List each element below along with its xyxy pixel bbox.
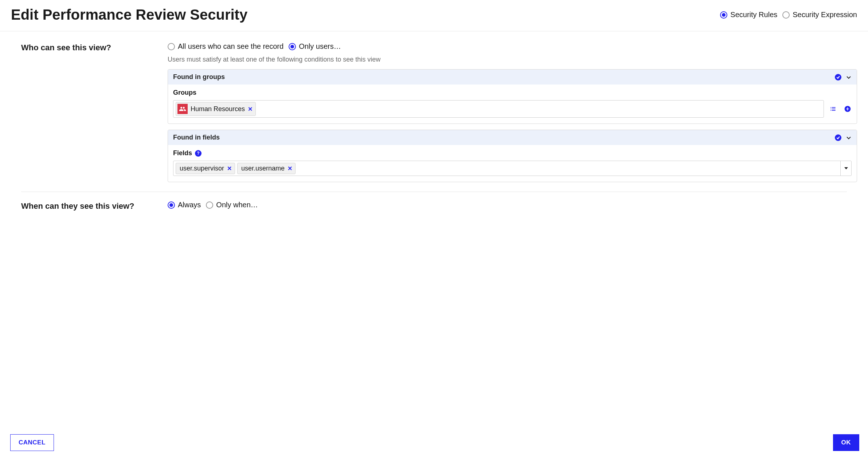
radio-icon [720, 11, 727, 19]
groups-picker-input[interactable]: Human Resources ✕ [173, 100, 824, 118]
radio-only-when[interactable]: Only when… [206, 201, 258, 209]
groups-card-header[interactable]: Found in groups [168, 70, 857, 85]
radio-security-expression[interactable]: Security Expression [782, 11, 857, 19]
when-question: When can they see this view? [11, 201, 153, 211]
ok-button[interactable]: OK [833, 434, 860, 451]
chip-user-supervisor: user.supervisor ✕ [176, 163, 235, 174]
groups-card-title: Found in groups [173, 73, 225, 81]
dialog-footer: CANCEL OK [0, 428, 868, 459]
radio-label: Only when… [216, 201, 258, 209]
when-radio-group: Always Only when… [168, 201, 857, 209]
who-section: Who can see this view? All users who can… [11, 42, 857, 182]
mode-radio-group: Security Rules Security Expression [720, 11, 857, 19]
groups-condition-card: Found in groups Groups [168, 69, 857, 124]
chevron-down-icon [846, 74, 852, 80]
radio-always[interactable]: Always [168, 201, 201, 209]
radio-icon [168, 201, 175, 209]
dialog-content: Who can see this view? All users who can… [0, 31, 868, 428]
radio-icon [206, 201, 213, 209]
who-question: Who can see this view? [11, 42, 153, 182]
fields-card-header[interactable]: Found in fields [168, 130, 857, 145]
chip-remove-icon[interactable]: ✕ [248, 106, 253, 113]
radio-label: All users who can see the record [178, 42, 284, 51]
add-circle-icon[interactable] [844, 105, 852, 113]
chip-label: Human Resources [191, 105, 245, 113]
help-icon[interactable]: ? [195, 150, 202, 157]
fields-label: Fields ? [173, 149, 852, 157]
dropdown-toggle[interactable] [840, 161, 851, 176]
fields-condition-card: Found in fields Fields [168, 130, 857, 182]
chevron-down-icon [846, 135, 852, 141]
radio-all-users[interactable]: All users who can see the record [168, 42, 284, 51]
chip-remove-icon[interactable]: ✕ [288, 165, 292, 172]
radio-security-rules[interactable]: Security Rules [720, 11, 777, 19]
section-divider [21, 192, 847, 192]
fields-card-title: Found in fields [173, 134, 220, 141]
check-circle-icon [835, 134, 841, 141]
fields-picker-input[interactable]: user.supervisor ✕ user.username ✕ [173, 161, 852, 176]
radio-icon [289, 43, 296, 50]
chip-user-username: user.username ✕ [237, 163, 296, 174]
when-section: When can they see this view? Always Only… [11, 201, 857, 211]
chip-remove-icon[interactable]: ✕ [227, 165, 232, 172]
radio-icon [168, 43, 175, 50]
who-radio-group: All users who can see the record Only us… [168, 42, 857, 51]
radio-label: Security Expression [793, 11, 857, 19]
radio-label: Only users… [299, 42, 341, 51]
chip-label: user.username [241, 165, 285, 172]
radio-icon [782, 11, 790, 19]
svg-marker-0 [844, 167, 848, 169]
radio-label: Always [178, 201, 201, 209]
check-circle-icon [835, 74, 841, 81]
chip-label: user.supervisor [180, 165, 224, 172]
who-hint: Users must satisfy at least one of the f… [168, 56, 857, 63]
dialog-header: Edit Performance Review Security Securit… [0, 0, 868, 31]
page-title: Edit Performance Review Security [11, 7, 247, 23]
radio-only-users[interactable]: Only users… [289, 42, 341, 51]
cancel-button[interactable]: CANCEL [10, 434, 54, 451]
radio-label: Security Rules [730, 11, 777, 19]
groups-label: Groups [173, 89, 852, 97]
group-icon [177, 104, 188, 114]
chip-human-resources: Human Resources ✕ [176, 102, 256, 116]
list-icon[interactable] [829, 105, 837, 113]
